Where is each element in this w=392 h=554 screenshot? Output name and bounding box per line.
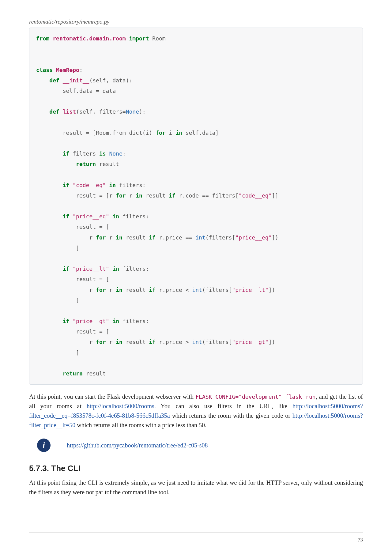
code-line: i: [166, 130, 176, 136]
code-line: ]): [269, 339, 275, 345]
code-line: ]: [36, 349, 79, 356]
code-line: (filters[: [202, 339, 232, 345]
text: which returns the room with the given co…: [170, 412, 292, 419]
code-line: r: [126, 192, 136, 199]
code-line: r.price >: [156, 339, 192, 345]
kw-if: if: [63, 182, 70, 188]
info-icon: i: [37, 439, 51, 452]
kw-if: if: [63, 266, 70, 272]
kw-for: for: [96, 287, 106, 293]
params: (self, filters=: [76, 108, 126, 115]
code-line: result = [r: [36, 192, 116, 199]
str-codeeq: "code__eq": [73, 182, 106, 188]
kw-if: if: [149, 287, 156, 293]
code-line: self.data]: [182, 130, 219, 136]
str-pricelt: "price__lt": [73, 266, 109, 272]
footer-divider: [29, 532, 363, 533]
str-codeeq: "code__eq": [239, 192, 272, 199]
code-line: result: [142, 192, 169, 199]
code-line: r.price ==: [156, 234, 195, 241]
code-line: r.price <: [156, 287, 192, 293]
kw-if: if: [63, 150, 70, 157]
kw-in: in: [116, 287, 123, 293]
builtin-int: int: [195, 234, 205, 241]
text: which returns all the rooms with a price…: [75, 422, 206, 428]
kw-if: if: [169, 192, 176, 199]
code-line: self.data = data: [36, 88, 116, 94]
kw-in: in: [112, 318, 119, 324]
code-line: r: [36, 234, 96, 241]
code-line: r: [106, 287, 116, 293]
code-block: from rentomatic.domain.room import Room …: [29, 28, 363, 385]
class-name: MemRepo: [56, 67, 79, 73]
str-pricegt: "price__gt": [73, 318, 109, 324]
import-name: Room: [152, 35, 165, 42]
code-line: result = [Room.from_dict(i): [36, 130, 156, 136]
kw-class: class: [36, 67, 53, 73]
code-line: [106, 150, 109, 157]
explanation-paragraph: At this point, you can start the Flask d…: [29, 392, 363, 430]
kw-in: in: [136, 192, 142, 199]
link-github[interactable]: https://github.com/pycabook/rentomatic/t…: [67, 442, 208, 449]
module-name: rentomatic.domain.room: [53, 35, 126, 42]
kw-in: in: [175, 130, 182, 136]
code-line: ]): [269, 287, 275, 293]
code-line: result = [: [36, 328, 109, 335]
builtin-int: int: [192, 339, 202, 345]
kw-for: for: [116, 192, 126, 199]
kw-for: for: [96, 339, 106, 345]
code-line: filters:: [119, 213, 149, 220]
code-line: ]: [36, 245, 79, 251]
admonition-info: i https://github.com/pycabook/rentomatic…: [29, 439, 363, 452]
fn-init: __init__: [63, 77, 89, 84]
builtin-none: None: [109, 150, 122, 157]
kw-in: in: [112, 213, 119, 220]
kw-in: in: [109, 182, 116, 188]
section-heading: 5.7.3. The CLI: [29, 464, 363, 473]
str-priceeq: "price__eq": [235, 234, 272, 241]
code-line: filters:: [119, 318, 149, 324]
code-line: :: [123, 150, 126, 157]
kw-in: in: [116, 339, 123, 345]
code-line: ]]: [272, 192, 278, 199]
page-number: 73: [358, 537, 363, 543]
code-line: filters:: [119, 266, 149, 272]
inline-code: FLASK_CONFIG="development" flask run: [195, 394, 315, 400]
kw-return: return: [63, 370, 83, 377]
code-line: r: [36, 287, 96, 293]
code-line: r: [106, 339, 116, 345]
kw-if: if: [63, 318, 70, 324]
str-pricelt: "price__lt": [232, 287, 268, 293]
code-line: r: [36, 339, 96, 345]
code-line: ]): [272, 234, 279, 241]
kw-for: for: [96, 234, 106, 241]
fn-list: list: [63, 108, 76, 115]
code-line: result = [: [36, 276, 109, 282]
kw-in: in: [112, 266, 119, 272]
code-line: filters:: [116, 182, 146, 188]
code-line: ]: [36, 297, 79, 303]
kw-def: def: [49, 108, 59, 115]
code-line: filters: [69, 150, 99, 157]
admonition-content: https://github.com/pycabook/rentomatic/t…: [58, 442, 363, 449]
code-line: result: [123, 339, 149, 345]
params: ):: [139, 108, 146, 115]
kw-import: import: [129, 35, 149, 42]
code-line: result: [123, 234, 149, 241]
kw-return: return: [76, 161, 96, 167]
kw-if: if: [63, 213, 70, 220]
kw-def: def: [49, 77, 59, 84]
builtin-int: int: [192, 287, 202, 293]
str-priceeq: "price__eq": [73, 213, 109, 220]
code-caption: rentomatic/repository/memrepo.py: [29, 18, 363, 25]
str-pricegt: "price__gt": [232, 339, 268, 345]
params: (self, data):: [89, 77, 132, 84]
code-line: (filters[: [202, 287, 232, 293]
code-line: result: [123, 287, 149, 293]
kw-from: from: [36, 35, 49, 42]
link-rooms[interactable]: http://localhost:5000/rooms: [87, 403, 154, 409]
code-line: (filters[: [205, 234, 236, 241]
kw-in: in: [116, 234, 123, 241]
code-line: result: [96, 161, 119, 167]
code-line: r.code == filters[: [175, 192, 239, 199]
